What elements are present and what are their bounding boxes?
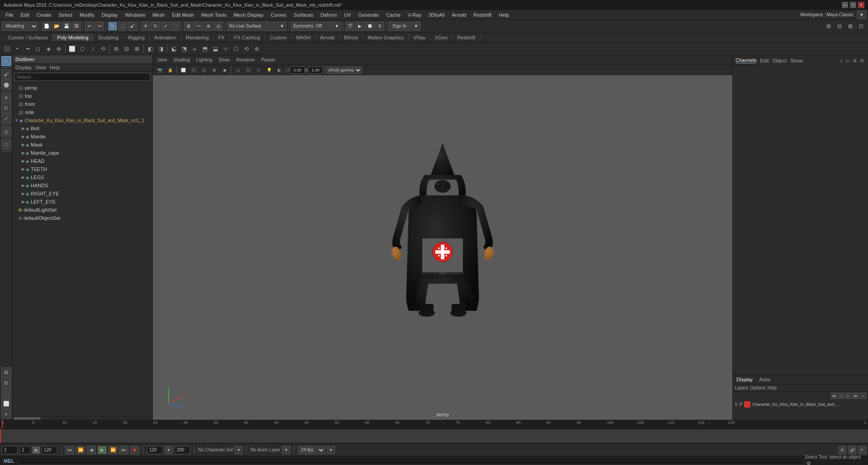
poly-tool-1[interactable]: ⬛ (2, 44, 12, 54)
ch-icon-2[interactable]: ▷ (844, 57, 851, 64)
vp-menu-view[interactable]: View (155, 57, 170, 62)
move-tool-btn[interactable]: ✛ (1, 93, 11, 103)
vp-wireframe[interactable]: ◻ (233, 65, 243, 75)
tab-redshift[interactable]: Redshift (453, 34, 480, 41)
scale-tool-btn[interactable]: ⤢ (1, 114, 11, 123)
edit-tab[interactable]: Edit (760, 58, 769, 63)
snap-point[interactable]: ⊕ (204, 22, 213, 31)
poly-tool-6[interactable]: ⊕ (54, 44, 64, 54)
vp-gamma-input[interactable]: 0.00 (290, 66, 305, 74)
options-option[interactable]: Options (750, 385, 765, 390)
poly-tool-5[interactable]: ◈ (43, 44, 53, 54)
live-surface-dropdown[interactable]: ▼ (278, 22, 287, 31)
redo-btn[interactable]: ↪ (95, 22, 104, 31)
menu-vray[interactable]: V-Ray (404, 11, 425, 19)
show-manip-btn[interactable]: ⬡ (1, 140, 11, 150)
menu-uv[interactable]: UV (340, 11, 354, 19)
poly-tool-11[interactable]: ⊞ (111, 44, 121, 54)
poly-tool-2[interactable]: • (12, 44, 22, 54)
tree-item-head[interactable]: ▶ ◈ HEAD (13, 157, 152, 165)
menu-3dtoall[interactable]: 3DtoAll (425, 11, 448, 19)
vp-exposure-input[interactable]: 1.00 (308, 66, 323, 74)
outliner-tab-help[interactable]: Help (50, 65, 60, 70)
select-tool[interactable]: ↖ (108, 22, 117, 31)
poly-tool-7[interactable]: ⬜ (67, 44, 77, 54)
xform2-btn[interactable]: ⬛ (1, 388, 11, 398)
poly-tool-24[interactable]: ⊛ (252, 44, 262, 54)
tab-bifrost[interactable]: Bifrost (340, 34, 363, 41)
ch-icon-1[interactable]: ◁ (837, 57, 844, 64)
open-scene-btn[interactable]: 📂 (52, 22, 61, 31)
xform-btn[interactable]: ⊟ (1, 378, 11, 388)
menu-curves[interactable]: Curves (267, 11, 290, 19)
vp-select-cam[interactable]: 📷 (155, 65, 165, 75)
range-end-input[interactable] (42, 446, 57, 454)
menu-deform[interactable]: Deform (317, 11, 340, 19)
save-scene-btn[interactable]: 💾 (62, 22, 71, 31)
current-frame-input[interactable] (2, 446, 18, 454)
menu-help[interactable]: Help (495, 11, 513, 19)
outliner-tab-view[interactable]: View (35, 65, 46, 70)
vp-lock[interactable]: 🔒 (165, 65, 175, 75)
mode-select[interactable]: Modeling (2, 22, 38, 31)
tab-xgen[interactable]: XGen (430, 34, 453, 41)
vp-textured[interactable]: ⬡ (254, 65, 264, 75)
no-char-dropdown[interactable]: ▼ (235, 446, 243, 454)
menu-mesh-tools[interactable]: Mesh Tools (198, 11, 230, 19)
layout-btn-2[interactable]: ⊟ (835, 21, 844, 31)
select-tool-btn[interactable]: ↖ (1, 56, 11, 66)
anim-tab[interactable]: Anim (757, 376, 772, 383)
poly-tool-21[interactable]: ⊹ (221, 44, 231, 54)
outliner-tab-display[interactable]: Display (15, 65, 32, 70)
tree-item-front[interactable]: 🎥 front (13, 100, 152, 108)
sign-in-btn[interactable]: Sign In (388, 22, 410, 31)
timeline-settings-btn[interactable]: ⚙ (838, 446, 846, 454)
layer-nav-left2[interactable]: ⏮ (831, 393, 837, 399)
workspace-dropdown[interactable]: ▼ (857, 10, 866, 19)
tree-item-mantle[interactable]: ▶ ◈ Mantle (13, 133, 152, 141)
layer-nav-add[interactable]: + (860, 393, 866, 399)
menu-file[interactable]: File (2, 11, 17, 19)
vp-hud[interactable]: ◉ (220, 65, 230, 75)
step-back-btn[interactable]: ⏪ (76, 446, 85, 454)
tree-item-default-object-set[interactable]: ⚙ defaultObjectSet (13, 214, 152, 222)
play-forward-btn[interactable]: ▶ (98, 446, 107, 454)
vp-shadow[interactable]: ◐ (274, 65, 284, 75)
menu-redshift[interactable]: Redshift (470, 11, 495, 19)
tab-poly-modeling[interactable]: Poly Modeling (52, 34, 93, 41)
menu-surfaces[interactable]: Surfaces (290, 11, 317, 19)
tab-mash[interactable]: MASH (292, 34, 316, 41)
anim-end-input[interactable] (147, 446, 163, 454)
record-btn[interactable]: ⏺ (130, 446, 139, 454)
vp-smooth[interactable]: ⬛ (243, 65, 253, 75)
no-anim-dropdown[interactable]: ▼ (282, 446, 290, 454)
tab-vray[interactable]: VRay (409, 34, 430, 41)
tab-motion-graphics[interactable]: Motion Graphics (363, 34, 409, 41)
layer-nav-left[interactable]: ◁ (838, 393, 844, 399)
poly-tool-13[interactable]: ⊠ (132, 44, 142, 54)
pause-btn[interactable]: ⏸ (375, 22, 384, 31)
poly-tool-15[interactable]: ◨ (156, 44, 165, 54)
outliner-search-input[interactable] (14, 73, 151, 81)
tab-fx-caching[interactable]: FX Caching (230, 34, 265, 41)
menu-mesh-display[interactable]: Mesh Display (230, 11, 267, 19)
channels-tab[interactable]: Channels (736, 57, 756, 63)
outliner-hscrollbar[interactable] (13, 416, 152, 420)
tree-item-mantle-cape[interactable]: ▶ ◈ Mantle_cape (13, 149, 152, 157)
layout-btn-1[interactable]: ⊞ (824, 21, 834, 31)
layout-btn-3[interactable]: ⊠ (845, 21, 855, 31)
poly-tool-16[interactable]: ⬕ (169, 44, 179, 54)
mel-input[interactable] (18, 457, 805, 465)
ch-icon-3[interactable]: ⊞ (852, 57, 858, 64)
play-back-btn[interactable]: ◀ (87, 446, 96, 454)
tree-item-legs[interactable]: ▶ ◈ LEGS (13, 173, 152, 181)
poly-tool-12[interactable]: ⊟ (122, 44, 132, 54)
fps-select[interactable]: 24 fps (298, 446, 325, 454)
tree-item-default-light-set[interactable]: ⚙ defaultLightSet (13, 206, 152, 214)
poly-tool-18[interactable]: ⟛ (189, 44, 199, 54)
menu-display[interactable]: Display (98, 11, 122, 19)
tree-item-belt[interactable]: ▶ ◈ Belt (13, 124, 152, 133)
snap-to-proj-btn[interactable]: ⊞ (1, 367, 11, 377)
range-start-input[interactable] (19, 446, 31, 454)
poly-tool-20[interactable]: ⬓ (210, 44, 220, 54)
